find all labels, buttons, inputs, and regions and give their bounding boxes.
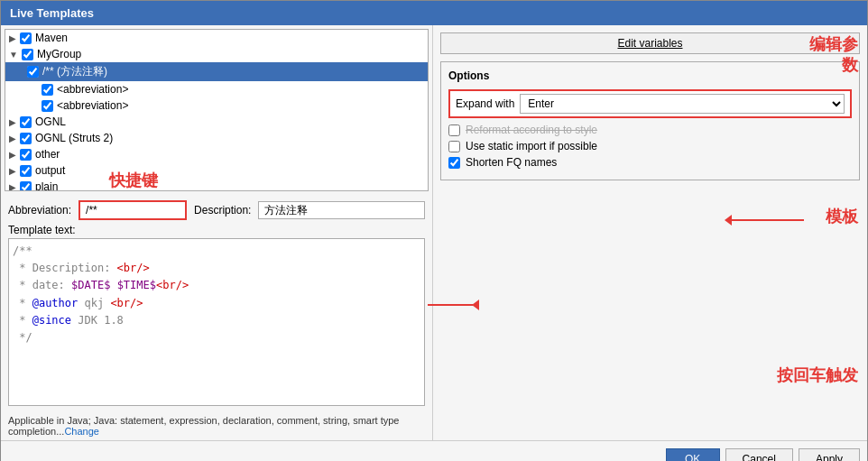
- abbreviation-input[interactable]: [78, 200, 187, 220]
- tree-label-ognl: OGNL: [35, 115, 66, 128]
- tree-label-output: output: [35, 164, 65, 177]
- tree-item-ognl[interactable]: ▶ OGNL: [5, 114, 428, 130]
- tree-label-abbreviation2: <abbreviation>: [57, 99, 128, 112]
- change-link[interactable]: Change: [64, 426, 99, 437]
- tree-item-method-comment[interactable]: /** (方法注释): [5, 62, 428, 81]
- expand-arrow-maven[interactable]: ▶: [9, 33, 16, 43]
- tpl-date-var: $DATE$: [71, 279, 110, 291]
- reformat-row: Reformat according to style: [448, 124, 852, 136]
- checkbox-other[interactable]: [20, 149, 32, 161]
- template-tree[interactable]: ▶ Maven ▼ MyGroup /** (方法注释): [5, 29, 429, 191]
- checkbox-mygroup[interactable]: [22, 49, 33, 60]
- cancel-button[interactable]: Cancel: [725, 448, 793, 461]
- tpl-since-tag: @since: [32, 314, 71, 327]
- tree-label-maven: Maven: [35, 32, 68, 44]
- expand-arrow-ognl[interactable]: ▶: [9, 117, 16, 127]
- left-panel: ▶ Maven ▼ MyGroup /** (方法注释): [1, 25, 433, 440]
- checkbox-plain[interactable]: [20, 181, 32, 192]
- options-group: Options Expand with Enter Tab Space Refo…: [440, 61, 860, 180]
- tpl-br2: <br/>: [156, 279, 189, 291]
- expand-arrow-mygroup[interactable]: ▼: [9, 50, 18, 60]
- right-spacer: [440, 188, 860, 433]
- tpl-date-prefix: * date:: [13, 279, 71, 291]
- tpl-since-value: JDK 1.8: [71, 314, 124, 327]
- tree-item-mygroup[interactable]: ▼ MyGroup: [5, 46, 428, 62]
- tree-label-abbreviation1: <abbreviation>: [57, 83, 128, 96]
- checkbox-abbreviation1[interactable]: [42, 84, 53, 96]
- tpl-author-tag: @author: [32, 297, 78, 309]
- applicable-text: Applicable in Java; Java: statement, exp…: [1, 410, 432, 440]
- tpl-since-prefix: *: [13, 314, 32, 327]
- tree-label-other: other: [35, 148, 60, 161]
- tpl-space: [110, 279, 116, 291]
- tpl-time-var: $TIME$: [117, 279, 156, 291]
- tree-item-ognl-struts[interactable]: ▶ OGNL (Struts 2): [5, 130, 428, 146]
- shorten-fq-label: Shorten FQ names: [466, 156, 557, 169]
- tree-item-output[interactable]: ▶ output: [5, 162, 428, 179]
- right-panel: 编辑参数 Edit variables Options Expand with …: [433, 25, 867, 440]
- tree-item-abbreviation1[interactable]: <abbreviation>: [5, 81, 428, 97]
- template-label: Template text:: [8, 224, 425, 236]
- shorten-fq-checkbox[interactable]: [448, 157, 460, 169]
- use-static-checkbox[interactable]: [448, 141, 460, 152]
- expand-with-label: Expand with: [456, 97, 514, 110]
- tree-label-plain: plain: [35, 180, 58, 191]
- expand-arrow-other[interactable]: ▶: [9, 150, 16, 160]
- edit-variables-button[interactable]: Edit variables: [440, 32, 860, 54]
- tpl-close: */: [13, 331, 32, 344]
- tpl-br3: <br/>: [110, 297, 143, 309]
- tree-item-abbreviation2[interactable]: <abbreviation>: [5, 97, 428, 114]
- tree-label-method-comment: /** (方法注释): [42, 64, 107, 79]
- options-title: Options: [448, 69, 852, 82]
- expand-arrow-output[interactable]: ▶: [9, 166, 16, 176]
- template-section: Template text: /** * Description: <br/> …: [1, 224, 432, 410]
- tpl-open: /**: [13, 244, 32, 257]
- apply-button[interactable]: Apply: [799, 448, 860, 461]
- description-input[interactable]: [258, 201, 425, 219]
- reformat-label: Reformat according to style: [466, 124, 597, 136]
- dialog-title: Live Templates: [1, 1, 867, 25]
- checkbox-method-comment[interactable]: [27, 66, 39, 78]
- tree-label-ognl-struts: OGNL (Struts 2): [35, 132, 113, 144]
- live-templates-dialog: Live Templates ▶ Maven ▼ MyGroup: [0, 0, 868, 461]
- description-label: Description:: [194, 204, 251, 217]
- tree-item-other[interactable]: ▶ other: [5, 146, 428, 162]
- checkbox-abbreviation2[interactable]: [42, 100, 53, 112]
- abbreviation-label: Abbreviation:: [8, 204, 71, 217]
- use-static-label: Use static import if possible: [466, 140, 597, 152]
- tree-item-plain[interactable]: ▶ plain: [5, 179, 428, 191]
- use-static-row: Use static import if possible: [448, 140, 852, 152]
- tree-label-mygroup: MyGroup: [37, 48, 81, 60]
- template-textarea[interactable]: /** * Description: <br/> * date: $DATE$ …: [8, 238, 425, 406]
- ok-button[interactable]: OK: [666, 448, 720, 461]
- checkbox-output[interactable]: [20, 165, 32, 177]
- tpl-author-name: qkj: [78, 297, 110, 309]
- shorten-fq-row: Shorten FQ names: [448, 156, 852, 169]
- checkbox-ognl-struts[interactable]: [20, 133, 32, 144]
- checkbox-maven[interactable]: [20, 32, 32, 44]
- checkbox-ognl[interactable]: [20, 116, 32, 128]
- expand-arrow-plain[interactable]: ▶: [9, 182, 16, 192]
- bottom-buttons: OK Cancel Apply: [1, 440, 867, 461]
- expand-arrow-ognl-struts[interactable]: ▶: [9, 134, 16, 143]
- reformat-checkbox[interactable]: [448, 124, 460, 136]
- expand-with-row: Expand with Enter Tab Space: [448, 89, 852, 118]
- tpl-br1: <br/>: [117, 262, 150, 274]
- tree-item-maven[interactable]: ▶ Maven: [5, 30, 428, 46]
- tpl-desc-prefix: * Description:: [13, 262, 117, 274]
- tpl-author-prefix: *: [13, 297, 32, 309]
- abbreviation-row: Abbreviation: Description:: [1, 195, 432, 224]
- expand-with-select[interactable]: Enter Tab Space: [520, 94, 845, 114]
